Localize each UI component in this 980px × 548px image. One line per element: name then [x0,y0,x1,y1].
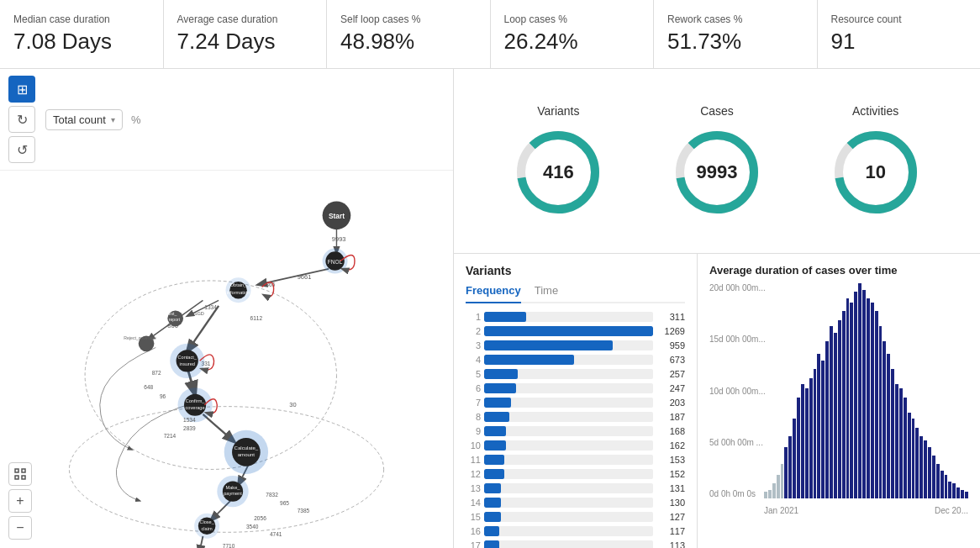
chart-bar [932,456,935,498]
variant-bar-container [484,412,653,422]
variant-number: 15 [466,512,481,522]
variant-row[interactable]: 2 1269 [466,326,685,336]
variant-number: 12 [466,469,481,479]
chart-bar [834,333,837,498]
svg-text:Calculate_: Calculate_ [234,445,259,451]
variant-row[interactable]: 17 113 [466,540,685,548]
variant-number: 17 [466,540,481,548]
bottom-section: Variants Frequency Time 1 311 2 1269 3 9… [454,254,980,548]
variant-count: 162 [656,440,685,451]
chart-bar [883,341,886,498]
variant-number: 16 [466,526,481,536]
chart-bar [805,388,809,498]
chart-bar [784,447,788,498]
refresh-icon-btn[interactable]: ↻ [8,106,35,133]
svg-text:872: 872 [152,370,161,376]
variant-count: 113 [656,540,685,548]
donut-section: Variants 416 Cases 9993 Activities 10 [454,69,980,254]
variant-row[interactable]: 9 168 [466,426,685,436]
tab-frequency[interactable]: Frequency [466,284,521,303]
svg-text:payment: payment [224,491,242,496]
svg-text:3540: 3540 [246,524,259,530]
variant-number: 3 [466,340,481,350]
zoom-in-btn[interactable]: + [8,489,32,513]
table-icon: ⊞ [17,82,28,97]
chart-bar [899,388,903,498]
stat-value: 7.24 Days [177,29,313,55]
variants-panel: Variants Frequency Time 1 311 2 1269 3 9… [454,254,698,548]
y-axis-label: 5d 00h 00m ... [709,438,766,447]
chart-bar [777,475,780,498]
chart-bar [825,341,829,498]
variant-bar [484,398,511,408]
variant-bar-container [484,540,653,548]
chart-bar [948,482,951,498]
pct-label: % [131,113,141,126]
variant-row[interactable]: 10 162 [466,440,685,451]
variant-row[interactable]: 12 152 [466,469,685,479]
variant-bar-container [484,469,653,479]
svg-text:Obtain_: Obtain_ [230,282,248,287]
chart-bar [842,311,846,498]
stat-value: 51.73% [667,29,803,55]
svg-text:9661: 9661 [298,273,312,281]
variant-bar [484,383,516,393]
variant-bar [484,512,501,522]
donut-label: Variants [537,104,579,118]
svg-text:Make_: Make_ [226,485,241,490]
svg-text:1534: 1534 [183,417,196,423]
variant-row[interactable]: 13 131 [466,483,685,493]
variant-row[interactable]: 4 673 [466,355,685,365]
variant-row[interactable]: 1 311 [466,312,685,322]
stat-label: Resource count [831,13,967,25]
stat-value: 7.08 Days [13,29,150,55]
variant-row[interactable]: 11 153 [466,455,685,465]
svg-text:Close_: Close_ [199,519,214,524]
variant-row[interactable]: 3 959 [466,340,685,350]
variant-row[interactable]: 14 130 [466,498,685,508]
variant-row[interactable]: 7 203 [466,398,685,408]
variant-number: 1 [466,312,481,322]
variant-row[interactable]: 6 247 [466,383,685,393]
variant-number: 4 [466,355,481,365]
stat-label: Rework cases % [667,13,803,25]
table-icon-btn[interactable]: ⊞ [8,76,35,103]
stat-card: Rework cases % 51.73% [654,0,818,68]
variant-count: 130 [656,498,685,508]
variant-bar [484,355,574,365]
reset-icon-btn[interactable]: ↺ [8,136,35,163]
svg-text:Reject_coverage: Reject_coverage [124,335,156,340]
metric-dropdown[interactable]: Total count ▾ [45,109,123,130]
variants-title: Variants [466,264,685,277]
variant-count: 152 [656,469,685,479]
zoom-out-btn[interactable]: − [8,516,32,540]
svg-text:965: 965 [280,500,289,506]
process-map-svg: 9993 9661 866 30 331 1334 7378 7214 Star… [0,171,453,548]
variant-row[interactable]: 5 257 [466,369,685,379]
stat-card: Median case duration 7.08 Days [0,0,164,68]
svg-rect-54 [15,469,18,472]
variant-count: 673 [656,355,685,365]
fit-to-screen-btn[interactable] [8,462,32,486]
chart-bar [936,464,940,498]
chart-bar [858,283,861,498]
chart-bar [952,483,956,498]
left-toolbar: ⊞ ↻ ↺ Total count ▾ % [0,69,453,171]
bars-area [764,283,968,498]
chart-bar [924,440,927,498]
tab-time[interactable]: Time [535,284,558,298]
chart-bar [768,490,772,498]
chart-bar [879,326,883,498]
variant-row[interactable]: 16 117 [466,526,685,536]
variant-count: 168 [656,426,685,436]
chart-bar [895,384,898,498]
variant-bar [484,469,504,479]
main-content: ⊞ ↻ ↺ Total count ▾ % [0,69,980,548]
chart-bar [850,303,853,498]
variant-bar-container [484,512,653,522]
process-map: 9993 9661 866 30 331 1334 7378 7214 Star… [0,171,453,548]
variant-bar [484,498,501,508]
variant-row[interactable]: 8 187 [466,412,685,422]
variant-row[interactable]: 15 127 [466,512,685,522]
variant-count: 203 [656,398,685,408]
